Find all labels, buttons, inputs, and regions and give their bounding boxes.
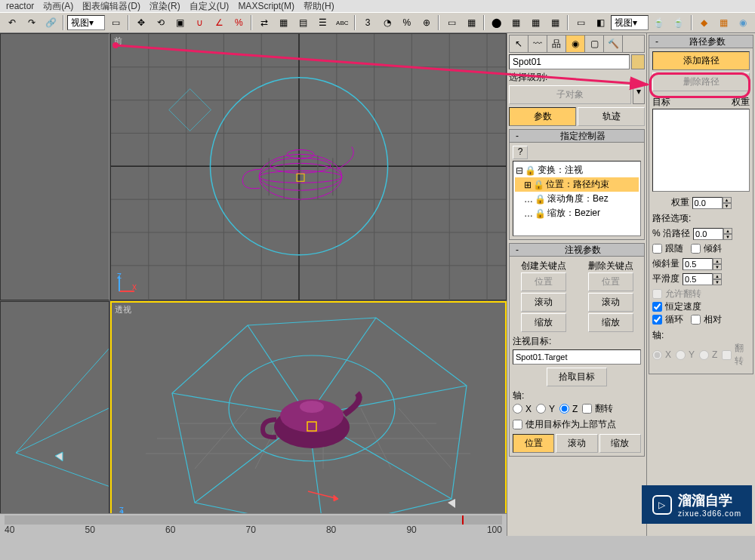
menu-help[interactable]: 帮助(H) bbox=[304, 0, 334, 13]
path-params-header[interactable]: -路径参数 bbox=[649, 35, 753, 48]
parameters-button[interactable]: 参数 bbox=[509, 107, 576, 126]
viewport-perspective-label: 透视 bbox=[115, 304, 131, 315]
timeline-mark: 50 bbox=[85, 525, 94, 535]
axis-y-radio[interactable]: Y bbox=[536, 404, 555, 414]
axis-z-radio[interactable]: Z bbox=[559, 404, 578, 414]
delete-key-scale[interactable]: 缩放 bbox=[588, 313, 633, 332]
loop-check[interactable]: 循环 bbox=[652, 313, 683, 326]
bank-amount-spinner[interactable]: ▲▼ bbox=[683, 258, 722, 270]
selection-set[interactable]: ▭ bbox=[442, 14, 461, 31]
menu-reactor[interactable]: reactor bbox=[6, 1, 34, 11]
tab-motion[interactable]: ◉ bbox=[566, 35, 585, 52]
assign-controller-header[interactable]: -指定控制器 bbox=[509, 129, 645, 143]
assign-controller-button[interactable]: ? bbox=[513, 146, 528, 159]
create-key-scale[interactable]: 缩放 bbox=[521, 313, 566, 332]
sel-lock[interactable]: ▦ bbox=[462, 14, 480, 31]
tab-hierarchy[interactable]: 品 bbox=[547, 35, 566, 52]
path-options-label: 路径选项: bbox=[652, 212, 750, 225]
menu-custom[interactable]: 自定义(U) bbox=[190, 0, 230, 13]
select-button[interactable]: ▭ bbox=[106, 14, 125, 31]
grid-helper[interactable]: ▦ bbox=[714, 14, 732, 31]
delete-key-position: 位置 bbox=[588, 272, 633, 291]
named-sel[interactable]: ☰ bbox=[314, 14, 332, 31]
viewport-front-label: 前 bbox=[114, 35, 122, 47]
tab-create[interactable]: ↖ bbox=[510, 35, 528, 52]
bank-check[interactable]: 倾斜 bbox=[691, 242, 722, 255]
path-axis-x: X bbox=[652, 349, 671, 360]
material-editor[interactable]: ⬤ bbox=[488, 14, 506, 31]
tracks-button[interactable]: 轨迹 bbox=[578, 107, 645, 126]
snap-pct2[interactable]: % bbox=[398, 14, 416, 31]
render-last[interactable]: ▦ bbox=[547, 14, 565, 31]
abc-button[interactable]: ABC bbox=[333, 14, 351, 31]
render-scene[interactable]: ▦ bbox=[507, 14, 525, 31]
align-button[interactable]: ▤ bbox=[294, 14, 313, 31]
tab-display[interactable]: ▢ bbox=[585, 35, 604, 52]
snap-angle2[interactable]: ◔ bbox=[378, 14, 396, 31]
reference-coord-dropdown[interactable]: 视图 ▾ bbox=[67, 15, 105, 30]
svg-text:z: z bbox=[117, 272, 122, 281]
percent-snap[interactable]: % bbox=[230, 14, 248, 31]
lookat-target-label: 注视目标: bbox=[513, 335, 641, 348]
object-color-swatch[interactable] bbox=[631, 54, 645, 69]
menu-maxscript[interactable]: MAXScript(M) bbox=[238, 1, 294, 11]
object-name-input[interactable] bbox=[509, 54, 630, 69]
mirror-button[interactable]: ⇄ bbox=[255, 14, 273, 31]
undo-button[interactable]: ↶ bbox=[3, 14, 21, 31]
smoothness-spinner[interactable]: ▲▼ bbox=[683, 273, 722, 285]
rotate-button[interactable]: ⟲ bbox=[152, 14, 170, 31]
axis-group-label: 轴: bbox=[513, 389, 641, 402]
scale-button[interactable]: ▣ bbox=[171, 14, 190, 31]
teapot-icon-2[interactable]: 🍵 bbox=[670, 14, 688, 31]
path-axis-flip: 翻转 bbox=[722, 342, 750, 368]
snap-3d[interactable]: 3 bbox=[359, 14, 377, 31]
controller-tree[interactable]: ⊟🔒变换：注视 ⊞🔒位置：路径约束 …🔒滚动角度：Bez …🔒缩放：Bezier bbox=[513, 161, 641, 236]
viewport-perspective[interactable]: 透视 x z y bbox=[110, 301, 507, 536]
lookat-params-header[interactable]: -注视参数 bbox=[509, 243, 645, 257]
command-panel: ↖ 〰 品 ◉ ▢ 🔨 选择级别: 子对象 ▾ 参数 轨迹 bbox=[507, 33, 646, 536]
menu-render[interactable]: 渲染(R) bbox=[149, 0, 180, 13]
percent-spinner[interactable]: ▲▼ bbox=[693, 228, 732, 240]
command-panel-tabs: ↖ 〰 品 ◉ ▢ 🔨 bbox=[509, 35, 645, 53]
layers[interactable]: ◧ bbox=[591, 14, 609, 31]
tab-modify[interactable]: 〰 bbox=[528, 35, 547, 52]
teapot-icon[interactable]: 🍵 bbox=[650, 14, 668, 31]
pick-target-button[interactable]: 拾取目标 bbox=[547, 368, 607, 386]
viewport-top-left[interactable] bbox=[0, 33, 109, 300]
schematic-view[interactable]: ◆ bbox=[695, 14, 713, 31]
link-button[interactable]: 🔗 bbox=[42, 14, 60, 31]
redo-button[interactable]: ↷ bbox=[23, 14, 41, 31]
viewport-bottom-left[interactable] bbox=[0, 301, 109, 536]
use-target-upnode-check[interactable]: 使用目标作为上部节点 bbox=[513, 418, 641, 431]
quick-render[interactable]: ▦ bbox=[527, 14, 545, 31]
path-list[interactable] bbox=[652, 109, 750, 192]
source-scale-button[interactable]: 缩放 bbox=[599, 434, 641, 453]
menu-animation[interactable]: 动画(A) bbox=[43, 0, 73, 13]
array-button[interactable]: ▦ bbox=[275, 14, 293, 31]
snap-toggle[interactable]: ∪ bbox=[191, 14, 209, 31]
add-path-button[interactable]: 添加路径 bbox=[652, 51, 750, 70]
create-key-roll[interactable]: 滚动 bbox=[521, 293, 566, 312]
menu-graph-editor[interactable]: 图表编辑器(D) bbox=[82, 0, 140, 13]
weight-spinner[interactable]: ▲▼ bbox=[692, 197, 732, 209]
axis-x-radio[interactable]: X bbox=[513, 404, 532, 414]
viewport-area: 前 x z bbox=[0, 33, 507, 536]
view-dropdown-2[interactable]: 视图 ▾ bbox=[611, 15, 649, 30]
constant-velocity-check[interactable]: 恒定速度 bbox=[652, 300, 750, 313]
move-button[interactable]: ✥ bbox=[132, 14, 150, 31]
spinner-snap[interactable]: ⊕ bbox=[418, 14, 436, 31]
svg-line-33 bbox=[16, 347, 109, 453]
render-type[interactable]: ▭ bbox=[572, 14, 590, 31]
follow-check[interactable]: 跟随 bbox=[652, 242, 683, 255]
selection-level-label: 选择级别: bbox=[509, 71, 645, 84]
tape-helper[interactable]: ◉ bbox=[734, 14, 752, 31]
axis-flip-check[interactable]: 翻转 bbox=[582, 402, 613, 415]
delete-key-roll[interactable]: 滚动 bbox=[588, 293, 633, 312]
tab-utilities[interactable]: 🔨 bbox=[604, 35, 623, 52]
source-position-button[interactable]: 位置 bbox=[513, 434, 554, 453]
relative-check[interactable]: 相对 bbox=[691, 313, 722, 326]
timeline[interactable]: 40 50 60 70 80 90 100 bbox=[0, 513, 507, 536]
source-roll-button[interactable]: 滚动 bbox=[556, 434, 597, 453]
angle-snap[interactable]: ∠ bbox=[211, 14, 229, 31]
viewport-front[interactable]: 前 x z bbox=[110, 33, 507, 300]
